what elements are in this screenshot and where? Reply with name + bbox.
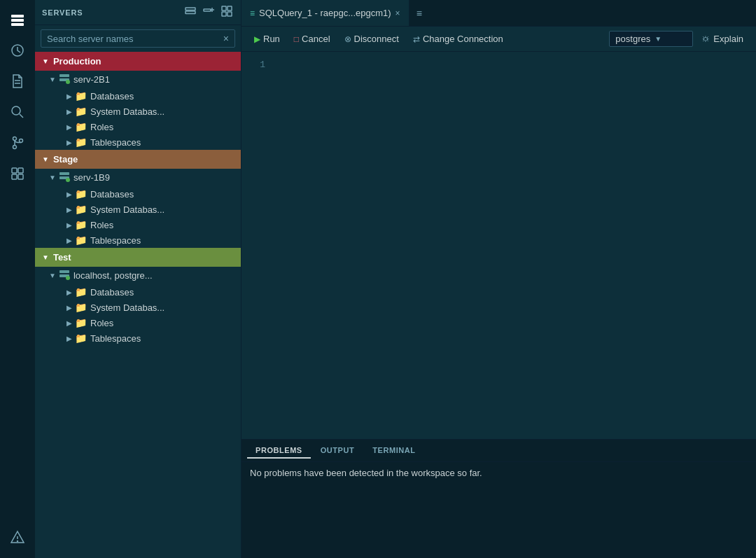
folder-roles-2[interactable]: ▶ 📁 Roles [35,217,241,232]
databases-chevron-1: ▶ [66,92,72,100]
test-label: Test [53,252,71,263]
folder-tablespaces-1[interactable]: ▶ 📁 Tablespaces [35,134,241,150]
folder-system-db-1[interactable]: ▶ 📁 System Databas... [35,104,241,119]
tab-terminal[interactable]: TERMINAL [364,443,424,459]
stage-chevron: ▼ [42,155,49,163]
editor-area[interactable]: 1 [241,52,756,439]
svg-line-7 [20,114,23,118]
databases-label-3: Databases [90,287,134,298]
system-db-label-3: System Databas... [90,302,164,313]
tablespaces-chevron-1: ▶ [66,139,72,146]
change-connection-label: Change Connection [423,34,503,44]
folder-icon-2: 📁 [75,106,87,117]
change-connection-button[interactable]: ⇄ Change Connection [407,32,509,46]
databases-chevron-3: ▶ [66,288,72,296]
activity-document-icon[interactable] [4,67,31,95]
connection-dropdown[interactable]: postgres ▼ [609,31,693,47]
folder-roles-3[interactable]: ▶ 📁 Roles [35,315,241,330]
folder-databases-1[interactable]: ▶ 📁 Databases [35,88,241,104]
tablespaces-label-1: Tablespaces [90,137,141,148]
server-localhost[interactable]: ▼ localhost, postgre... [35,267,241,284]
folder-icon-3: 📁 [75,121,87,132]
bottom-panel: PROBLEMS OUTPUT TERMINAL No problems hav… [241,439,756,558]
serv-1b9-label: serv-1B9 [74,172,110,183]
group-stage[interactable]: ▼ Stage [35,150,241,169]
cancel-label: Cancel [302,34,330,44]
tab-problems[interactable]: PROBLEMS [247,443,311,459]
new-server-icon[interactable] [183,4,197,20]
tablespaces-label-3: Tablespaces [90,333,141,344]
search-box[interactable]: × [41,29,235,48]
main-content: ≡ SQLQuery_1 - raepgc...epgcm1) × ≡ ▶ Ru… [241,0,756,558]
system-db-label-2: System Databas... [90,204,164,215]
tablespaces-chevron-3: ▶ [66,335,72,342]
svg-point-6 [12,106,20,115]
folder-icon-7: 📁 [75,219,87,230]
svg-rect-13 [12,174,17,179]
tab-label: SQLQuery_1 - raepgc...epgcm1) [259,8,391,18]
folder-databases-3[interactable]: ▶ 📁 Databases [35,284,241,300]
group-test[interactable]: ▼ Test [35,248,241,267]
cancel-icon: □ [294,34,299,44]
tab-sqlquery1[interactable]: ≡ SQLQuery_1 - raepgc...epgcm1) × [241,0,410,26]
svg-point-32 [66,178,70,182]
roles-chevron-2: ▶ [66,221,72,229]
folder-tablespaces-3[interactable]: ▶ 📁 Tablespaces [35,330,241,346]
activity-git-icon[interactable] [4,129,31,157]
group-icon[interactable] [220,4,234,20]
svg-rect-12 [18,168,23,173]
server-serv-1b9[interactable]: ▼ serv-1B9 [35,169,241,186]
search-close-icon[interactable]: × [223,33,229,44]
serv-1b9-chevron: ▼ [49,174,56,181]
folder-system-db-2[interactable]: ▶ 📁 System Databas... [35,202,241,217]
system-db-chevron-1: ▶ [66,108,72,116]
activity-servers-icon[interactable] [4,6,31,34]
svg-rect-14 [18,174,23,179]
tablespaces-label-2: Tablespaces [90,235,141,246]
svg-point-9 [13,146,17,149]
roles-chevron-3: ▶ [66,319,72,327]
explain-label: Explain [713,34,743,44]
roles-label-2: Roles [90,220,113,230]
search-input[interactable] [47,34,223,44]
problems-message: No problems have been detected in the wo… [250,468,482,478]
disconnect-button[interactable]: ⊗ Disconnect [339,32,405,46]
dropdown-arrow-icon: ▼ [654,35,662,43]
folder-roles-1[interactable]: ▶ 📁 Roles [35,119,241,134]
server-icon-2 [59,171,70,184]
system-db-label-1: System Databas... [90,106,164,117]
folder-tablespaces-2[interactable]: ▶ 📁 Tablespaces [35,232,241,248]
roles-chevron-1: ▶ [66,123,72,131]
editor-line-1: 1 [241,57,756,71]
tab-close-button[interactable]: × [396,8,400,18]
tab-output[interactable]: OUTPUT [312,443,363,459]
folder-icon-12: 📁 [75,333,87,344]
folder-icon-5: 📁 [75,188,87,200]
folder-databases-2[interactable]: ▶ 📁 Databases [35,186,241,202]
svg-point-17 [18,541,18,542]
activity-alert-icon[interactable] [4,523,31,551]
explain-button[interactable]: ⛭ Explain [696,32,749,46]
sidebar-title: SERVERS [42,8,83,17]
tab-extra-icon[interactable]: ≡ [410,0,429,26]
extra-tab-icon: ≡ [416,8,422,19]
run-icon: ▶ [254,34,260,44]
server-serv-2b1[interactable]: ▼ serv-2B1 [35,71,241,88]
add-connection-icon[interactable] [202,4,216,20]
activity-history-icon[interactable] [4,36,31,64]
localhost-chevron: ▼ [49,272,56,279]
activity-extensions-icon[interactable] [4,160,31,188]
folder-icon-8: 📁 [75,235,87,246]
localhost-label: localhost, postgre... [74,270,153,281]
svg-rect-25 [222,12,226,16]
server-icon-3 [59,269,70,282]
change-connection-icon: ⇄ [413,34,420,44]
activity-search-icon[interactable] [4,98,31,126]
svg-rect-11 [12,168,17,173]
databases-chevron-2: ▶ [66,190,72,198]
group-production[interactable]: ▼ Production [35,52,241,71]
disconnect-label: Disconnect [354,34,399,44]
cancel-button[interactable]: □ Cancel [288,32,336,46]
run-button[interactable]: ▶ Run [248,32,286,46]
folder-system-db-3[interactable]: ▶ 📁 System Databas... [35,300,241,315]
